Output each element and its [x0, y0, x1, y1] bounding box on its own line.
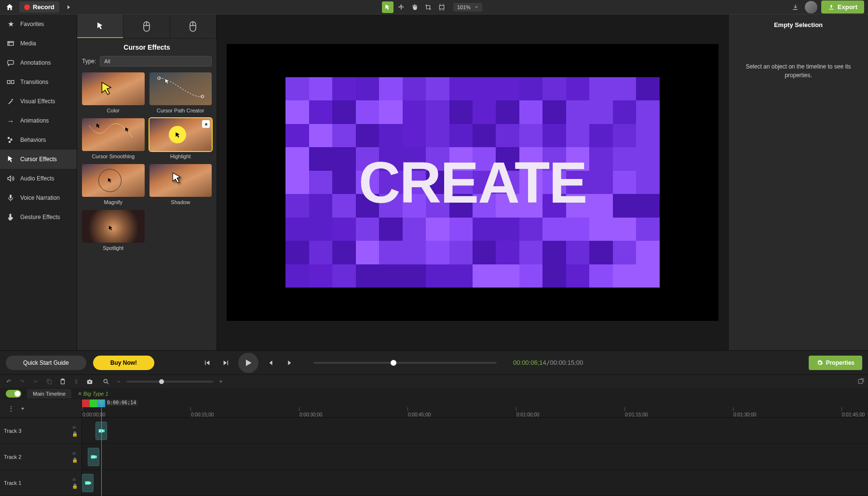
- fx-label: Highlight: [149, 153, 212, 159]
- download-button[interactable]: [789, 1, 801, 13]
- prev-marker-button[interactable]: [263, 356, 278, 370]
- cut-button[interactable]: ✂: [31, 377, 41, 386]
- svg-rect-19: [858, 379, 862, 383]
- zoom-out-button[interactable]: −: [114, 377, 123, 386]
- zoom-value: 101%: [457, 4, 471, 10]
- fx-tab-leftclick[interactable]: [123, 14, 170, 38]
- preview-canvas[interactable]: CREATE: [227, 44, 719, 321]
- sidebar-item-behaviors[interactable]: Behaviors: [0, 130, 77, 150]
- redo-button[interactable]: ↷: [17, 377, 27, 386]
- buy-now-button[interactable]: Buy Now!: [93, 356, 154, 370]
- timeline-tab-main[interactable]: Main Timeline: [27, 389, 71, 399]
- fx-tab-cursor[interactable]: [77, 14, 123, 38]
- favorite-star-icon: ★: [202, 120, 210, 128]
- sidebar-item-animations[interactable]: →Animations: [0, 111, 77, 130]
- export-button[interactable]: Export: [821, 0, 864, 14]
- next-marker-button[interactable]: [283, 356, 297, 370]
- snapshot-button[interactable]: [85, 377, 95, 386]
- sidebar: ★Favorites Media Annotations Transitions…: [0, 14, 77, 350]
- fx-magnify[interactable]: Magnify: [82, 164, 145, 205]
- sidebar-item-voicenarration[interactable]: Voice Narration: [0, 188, 77, 207]
- properties-message: Select an object on the timeline to see …: [735, 62, 861, 80]
- home-button[interactable]: [4, 1, 15, 13]
- tool-select[interactable]: [382, 1, 393, 13]
- svg-rect-0: [439, 5, 444, 9]
- sidebar-item-gestureeffects[interactable]: Gesture Effects: [0, 207, 77, 227]
- sidebar-item-annotations[interactable]: Annotations: [0, 53, 77, 72]
- timeline-tab-sub[interactable]: ✕Big Type 1: [71, 389, 114, 399]
- tool-crop[interactable]: [422, 1, 434, 13]
- eye-icon[interactable]: 👁: [72, 477, 78, 482]
- sidebar-item-media[interactable]: Media: [0, 34, 77, 53]
- track-3[interactable]: [82, 418, 868, 444]
- svg-rect-3: [7, 81, 10, 84]
- zoom-fit-button[interactable]: [101, 377, 111, 386]
- sidebar-item-label: Cursor Effects: [20, 156, 57, 163]
- timeline-tabs: Main Timeline ✕Big Type 1: [0, 388, 868, 400]
- tool-move[interactable]: [395, 1, 407, 13]
- fx-spotlight[interactable]: Spotlight: [82, 210, 145, 251]
- lock-icon[interactable]: 🔒: [72, 431, 78, 437]
- properties-button[interactable]: Properties: [809, 356, 862, 370]
- track-options-button[interactable]: ⋮: [6, 404, 16, 413]
- sidebar-item-label: Annotations: [20, 59, 51, 66]
- seek-handle[interactable]: [391, 360, 396, 366]
- sidebar-item-cursoreffects[interactable]: Cursor Effects: [0, 150, 77, 169]
- sidebar-item-label: Media: [20, 40, 36, 47]
- quick-start-button[interactable]: Quick Start Guide: [6, 356, 86, 370]
- track-header-1[interactable]: Track 1👁🔒: [0, 470, 81, 496]
- timeline-ruler[interactable]: 0:00:06;14 0:00:00;000:00:15;000:00:30;0…: [82, 400, 868, 418]
- eye-icon[interactable]: 👁: [72, 451, 78, 456]
- fx-shadow[interactable]: Shadow: [149, 164, 212, 205]
- svg-rect-4: [11, 81, 14, 84]
- tool-hand[interactable]: [409, 1, 420, 13]
- clip[interactable]: [82, 474, 94, 492]
- fx-color[interactable]: Color: [82, 72, 145, 113]
- sidebar-item-audioeffects[interactable]: Audio Effects: [0, 169, 77, 188]
- copy-button[interactable]: [44, 377, 54, 386]
- wand-icon: [6, 96, 15, 106]
- timeline-zoom-slider[interactable]: [126, 381, 213, 383]
- play-button[interactable]: [238, 353, 258, 373]
- sidebar-item-label: Transitions: [20, 79, 48, 85]
- split-button[interactable]: [71, 377, 81, 386]
- sidebar-item-favorites[interactable]: ★Favorites: [0, 14, 77, 34]
- fx-pathcreator[interactable]: Cursor Path Creator: [149, 72, 212, 113]
- properties-panel: Empty Selection Select an object on the …: [728, 14, 868, 350]
- timeline-toggle[interactable]: [6, 390, 21, 398]
- add-track-button[interactable]: +: [18, 404, 27, 413]
- record-button[interactable]: Record: [19, 1, 59, 13]
- fx-tab-rightclick[interactable]: [170, 14, 217, 38]
- seek-bar[interactable]: [313, 362, 497, 364]
- track-2[interactable]: [82, 444, 868, 470]
- detach-timeline-button[interactable]: [857, 378, 864, 385]
- lock-icon[interactable]: 🔒: [72, 457, 78, 463]
- lock-icon[interactable]: 🔒: [72, 483, 78, 489]
- clip[interactable]: [88, 448, 99, 466]
- playhead[interactable]: [101, 400, 102, 496]
- sidebar-item-transitions[interactable]: Transitions: [0, 72, 77, 92]
- expand-dropdown-button[interactable]: [63, 1, 75, 13]
- eye-icon[interactable]: 👁: [72, 425, 78, 430]
- prev-frame-button[interactable]: [200, 356, 214, 370]
- sidebar-item-visualeffects[interactable]: Visual Effects: [0, 92, 77, 111]
- fx-smoothing[interactable]: Cursor Smoothing: [82, 118, 145, 159]
- undo-button[interactable]: ↶: [4, 377, 14, 386]
- zoom-display[interactable]: 101%: [453, 3, 482, 12]
- next-frame-button[interactable]: [219, 356, 233, 370]
- svg-rect-5: [8, 137, 10, 139]
- fx-highlight[interactable]: ★ Highlight: [149, 118, 212, 159]
- user-avatar[interactable]: [805, 1, 817, 14]
- close-icon[interactable]: ✕: [77, 391, 81, 397]
- paste-button[interactable]: [58, 377, 68, 386]
- zoom-in-button[interactable]: +: [216, 377, 226, 386]
- track-header-2[interactable]: Track 2👁🔒: [0, 444, 81, 470]
- track-header-3[interactable]: Track 3👁🔒: [0, 418, 81, 444]
- fx-type-select[interactable]: All: [100, 56, 212, 67]
- fx-label: Shadow: [149, 199, 212, 205]
- tool-screenshot[interactable]: [436, 1, 448, 13]
- behaviors-icon: [6, 135, 15, 145]
- sidebar-item-label: Animations: [20, 117, 49, 124]
- track-1[interactable]: [82, 470, 868, 496]
- svg-point-18: [104, 379, 107, 383]
